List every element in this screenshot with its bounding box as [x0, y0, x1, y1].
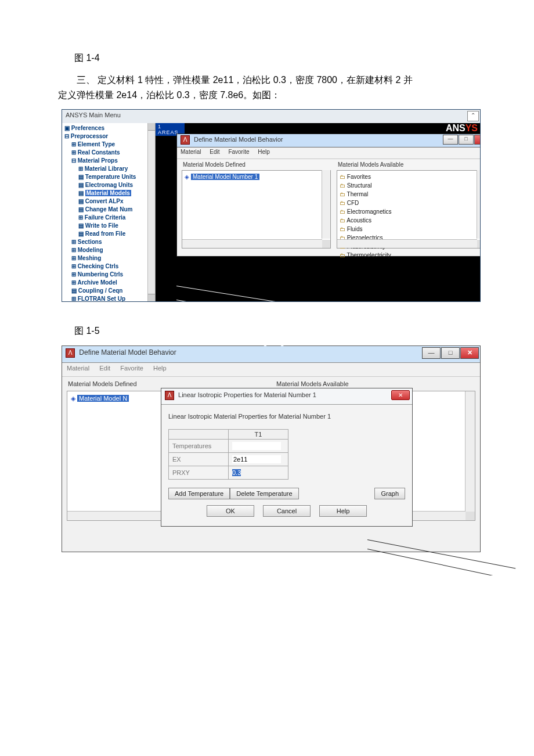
linear-isotropic-dialog: Λ Linear Isotropic Properties for Materi… — [161, 388, 413, 527]
define-material-behavior-window: Λ Define Material Model Behavior — □ ✕ M — [176, 134, 480, 257]
figure-caption-1-5: 图 1-5 — [74, 325, 476, 337]
row-ex-label: EX — [169, 453, 229, 466]
menu-favorite-2[interactable]: Favorite — [120, 365, 143, 372]
avail-thermoelectricity[interactable]: Thermoelectricity — [347, 252, 391, 258]
list-scrollbar-vertical[interactable] — [322, 170, 330, 239]
tree-change-mat-num[interactable]: Change Mat Num — [64, 206, 155, 214]
main-menu-titlebar: ANSYS Main Menu ⌃ — [62, 110, 480, 124]
avail-structural[interactable]: Structural — [347, 182, 372, 189]
close-icon[interactable]: ✕ — [460, 347, 479, 359]
tree-sections[interactable]: Sections — [64, 238, 155, 246]
material-model-1[interactable]: Material Model Number 1 — [191, 174, 259, 180]
maximize-icon[interactable]: □ — [459, 135, 474, 145]
cancel-button[interactable]: Cancel — [263, 505, 311, 517]
minimize-icon[interactable]: — — [443, 135, 458, 145]
close-icon[interactable]: ✕ — [391, 390, 410, 400]
close-icon[interactable]: ✕ — [474, 135, 480, 145]
define-material-menu-2[interactable]: Material Edit Favorite Help — [62, 363, 480, 377]
models-available-label: Material Models Available — [337, 161, 480, 170]
tree-preprocessor[interactable]: Preprocessor — [64, 132, 155, 141]
list-scrollbar-horizontal[interactable] — [337, 239, 477, 248]
tree-preferences[interactable]: Preferences — [64, 124, 155, 132]
folder-icon: 🗀 — [340, 217, 345, 224]
tree-material-library[interactable]: Material Library — [64, 165, 155, 173]
list-scrollbar-vertical[interactable] — [465, 391, 475, 512]
prxy-input[interactable]: 0.3 — [232, 469, 241, 476]
scrollbar-corner — [466, 512, 475, 520]
models-defined-list[interactable]: ◈Material Model Number 1 — [182, 170, 331, 249]
tree-electromag-units[interactable]: Electromag Units — [64, 181, 155, 189]
material-model-1-partial[interactable]: Material Model N — [77, 395, 129, 402]
main-menu-tree[interactable]: Preferences Preprocessor Element Type Re… — [62, 123, 156, 301]
model-edge-line — [176, 286, 480, 301]
menu-help-2[interactable]: Help — [153, 365, 167, 372]
tree-coupling-ceqn[interactable]: Coupling / Ceqn — [64, 287, 155, 295]
tree-element-type[interactable]: Element Type — [64, 141, 155, 149]
table-blank-header — [169, 430, 229, 440]
folder-icon: 🗀 — [340, 252, 345, 258]
folder-icon: 🗀 — [340, 226, 345, 232]
tree-material-props[interactable]: Material Props — [64, 157, 155, 165]
model-edge-line — [176, 300, 480, 301]
define-material-titlebar-2[interactable]: Λ Define Material Model Behavior — □ ✕ — [62, 346, 480, 363]
menu-help[interactable]: Help — [258, 149, 270, 155]
define-material-title-text: Define Material Model Behavior — [194, 136, 283, 143]
menu-edit-2[interactable]: Edit — [99, 365, 110, 372]
material-item-icon: ◈ — [71, 395, 75, 402]
temperatures-input[interactable] — [232, 442, 281, 450]
help-button[interactable]: Help — [319, 505, 367, 517]
graph-button[interactable]: Graph — [374, 488, 405, 499]
tree-convert-alpx[interactable]: Convert ALPx — [64, 197, 155, 206]
avail-cfd[interactable]: CFD — [347, 200, 359, 206]
body-text-line-2: 定义弹性模量 2e14，泊松比 0.3，密度 7.8e6。如图： — [58, 88, 476, 103]
maximize-icon[interactable]: □ — [441, 347, 460, 359]
menu-favorite[interactable]: Favorite — [228, 149, 249, 155]
tree-checking-ctrls[interactable]: Checking Ctrls — [64, 262, 155, 271]
delete-temperature-button[interactable]: Delete Temperature — [230, 488, 298, 499]
figure-caption-1-4: 图 1-4 — [74, 52, 476, 64]
define-material-menu[interactable]: Material Edit Favorite Help — [177, 147, 480, 159]
tree-archive-model[interactable]: Archive Model — [64, 279, 155, 287]
models-available-list[interactable]: 🗀 Favorites 🗀 Structural 🗀 Thermal 🗀 CFD… — [337, 170, 480, 249]
avail-thermal[interactable]: Thermal — [347, 191, 369, 197]
tree-modeling[interactable]: Modeling — [64, 246, 155, 254]
row-temperatures-label: Temperatures — [169, 440, 229, 453]
tree-write-to-file[interactable]: Write to File — [64, 222, 155, 230]
tree-temperature-units[interactable]: Temperature Units — [64, 173, 155, 181]
define-material-title-text-2: Define Material Model Behavior — [79, 348, 176, 357]
tree-scrollbar[interactable] — [147, 123, 155, 301]
tree-failure-criteria[interactable]: Failure Criteria — [64, 214, 155, 222]
tree-flotran-setup[interactable]: FLOTRAN Set Up — [64, 295, 155, 301]
menu-material[interactable]: Material — [181, 149, 201, 155]
ok-button[interactable]: OK — [207, 505, 254, 517]
list-scrollbar-horizontal[interactable] — [182, 239, 322, 248]
tree-read-from-file[interactable]: Read from File — [64, 230, 155, 238]
avail-electromagnetics[interactable]: Electromagnetics — [347, 208, 392, 215]
liso-heading: Linear Isotropic Material Properties for… — [168, 413, 405, 420]
col-t1-header: T1 — [229, 430, 288, 440]
folder-icon: 🗀 — [340, 174, 345, 180]
folder-icon: 🗀 — [340, 191, 345, 197]
define-material-titlebar[interactable]: Λ Define Material Model Behavior — □ ✕ — [177, 134, 480, 147]
ansys-app-icon: Λ — [66, 348, 75, 358]
avail-favorites[interactable]: Favorites — [347, 174, 371, 180]
menu-material-2[interactable]: Material — [67, 365, 89, 372]
avail-acoustics[interactable]: Acoustics — [347, 217, 371, 224]
tree-material-models[interactable]: Material Models — [64, 189, 155, 197]
tree-meshing[interactable]: Meshing — [64, 254, 155, 262]
minimize-icon[interactable]: — — [422, 347, 441, 359]
menu-edit[interactable]: Edit — [210, 149, 219, 155]
avail-fluids[interactable]: Fluids — [347, 226, 363, 232]
liso-title-text: Linear Isotropic Properties for Material… — [178, 391, 316, 398]
scrollbar-corner — [322, 240, 330, 248]
tree-numbering-ctrls[interactable]: Numbering Ctrls — [64, 271, 155, 279]
add-temperature-button[interactable]: Add Temperature — [168, 488, 230, 499]
ansys-logo: ANSYS — [446, 123, 478, 134]
ex-input[interactable] — [232, 455, 281, 463]
main-menu-collapse-icon[interactable]: ⌃ — [467, 111, 479, 121]
tree-real-constants[interactable]: Real Constants — [64, 149, 155, 157]
list-scrollbar-vertical[interactable] — [477, 170, 480, 239]
liso-titlebar[interactable]: Λ Linear Isotropic Properties for Materi… — [161, 388, 412, 405]
screenshot-linear-isotropic: WWW.bdocx.com Λ Define Material Model Be… — [62, 345, 481, 552]
material-item-icon: ◈ — [185, 174, 189, 180]
